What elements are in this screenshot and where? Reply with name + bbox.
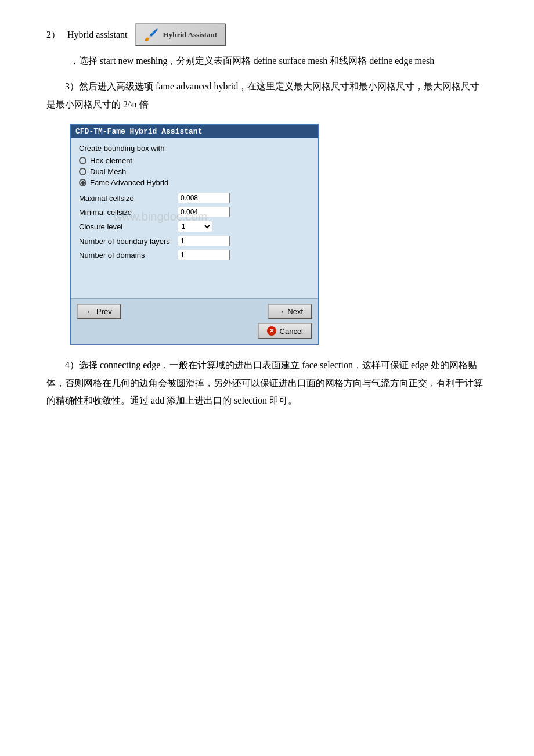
cancel-icon: ✕ (267, 326, 276, 336)
radio-hex-element[interactable]: Hex element (79, 156, 310, 165)
closure-level-select[interactable]: 1 2 3 (178, 221, 212, 232)
dialog-fields: www.bingdoc.com Maximal cellsize Minimal… (79, 193, 310, 293)
cancel-label: Cancel (280, 327, 303, 336)
radio-group: Hex element Dual Mesh Fame Advanced Hybr… (79, 156, 310, 187)
dialog-spacer (79, 264, 310, 293)
dialog-footer: ← Prev → Next ✕ Cancel (71, 298, 318, 344)
para1-text: ，选择 start new meshing，分别定义表面网格 define su… (70, 52, 488, 70)
section2-number: 2） (46, 29, 60, 41)
radio-dual-mesh[interactable]: Dual Mesh (79, 167, 310, 176)
section2-header: 2） Hybrid assistant 🖌️ Hybrid Assistant (46, 23, 488, 46)
radio-fame-advanced[interactable]: Fame Advanced Hybrid (79, 178, 310, 187)
dialog-title: CFD-TM-Fame Hybrid Assistant (71, 125, 318, 138)
section3-text: 3）然后进入高级选项 fame advanced hybrid，在这里定义最大网… (46, 78, 488, 113)
hybrid-assistant-button[interactable]: 🖌️ Hybrid Assistant (135, 23, 227, 46)
minimal-cellsize-label: Minimal cellsize (79, 208, 178, 217)
prev-label: Prev (96, 307, 112, 316)
closure-level-label: Closure level (79, 222, 178, 231)
radio-fame-dot[interactable] (79, 179, 86, 186)
section2-label: Hybrid assistant (67, 30, 128, 40)
fame-hybrid-dialog: CFD-TM-Fame Hybrid Assistant Create boun… (70, 124, 319, 345)
cancel-button[interactable]: ✕ Cancel (258, 323, 312, 339)
domains-label: Number of domains (79, 251, 178, 260)
hybrid-btn-label: Hybrid Assistant (163, 30, 218, 39)
maximal-cellsize-row: Maximal cellsize (79, 193, 310, 203)
prev-button[interactable]: ← Prev (77, 304, 121, 319)
next-button[interactable]: → Next (268, 304, 312, 319)
cancel-row: ✕ Cancel (77, 323, 312, 339)
radio-dual-dot[interactable] (79, 168, 86, 175)
prev-next-row: ← Prev → Next (77, 304, 312, 319)
boundary-layers-row: Number of boundary layers (79, 236, 310, 246)
maximal-cellsize-input[interactable] (178, 193, 230, 203)
boundary-layers-input[interactable] (178, 236, 230, 246)
domains-row: Number of domains (79, 250, 310, 260)
closure-level-row: Closure level 1 2 3 (79, 221, 310, 232)
radio-fame-label: Fame Advanced Hybrid (90, 178, 168, 187)
minimal-cellsize-row: Minimal cellsize (79, 207, 310, 217)
closure-level-select-wrapper: 1 2 3 (178, 221, 212, 232)
next-label: Next (287, 307, 303, 316)
boundary-layers-label: Number of boundary layers (79, 237, 178, 246)
radio-dual-label: Dual Mesh (90, 167, 126, 176)
radio-hex-dot[interactable] (79, 157, 86, 164)
bounding-box-label-row: Create bounding box with (79, 144, 310, 153)
minimal-cellsize-input[interactable] (178, 207, 230, 217)
next-arrow-icon: → (277, 307, 284, 316)
maximal-cellsize-label: Maximal cellsize (79, 194, 178, 203)
dialog-body: Create bounding box with Hex element Dua… (71, 138, 318, 298)
domains-input[interactable] (178, 250, 230, 260)
section4-text: 4）选择 connecting edge，一般在计算域的进出口表面建立 face… (46, 357, 488, 409)
dialog-container: CFD-TM-Fame Hybrid Assistant Create boun… (46, 124, 488, 345)
prev-arrow-icon: ← (86, 307, 93, 316)
brush-icon: 🖌️ (144, 28, 158, 42)
radio-hex-label: Hex element (90, 156, 132, 165)
bounding-box-label: Create bounding box with (79, 144, 164, 153)
